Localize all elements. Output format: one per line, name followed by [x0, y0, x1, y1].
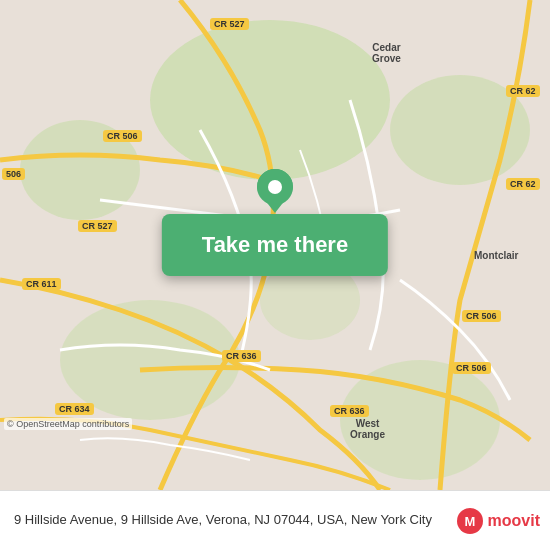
address-text: 9 Hillside Avenue, 9 Hillside Ave, Veron… — [14, 511, 456, 529]
road-label-cr636-bot2: CR 636 — [330, 405, 369, 417]
road-label-cr611: CR 611 — [22, 278, 61, 290]
take-me-there-button[interactable]: Take me there — [162, 214, 388, 276]
svg-point-8 — [268, 180, 282, 194]
svg-text:M: M — [464, 514, 475, 529]
road-label-cr527-top: CR 527 — [210, 18, 249, 30]
road-label-cr634: CR 634 — [55, 403, 94, 415]
place-label-cedar-grove: Cedar Grove — [372, 42, 401, 64]
road-label-cr636-bot: CR 636 — [222, 350, 261, 362]
place-label-west-orange: West Orange — [350, 418, 385, 440]
place-label-montclair: Montclair — [474, 250, 518, 261]
svg-point-4 — [60, 300, 240, 420]
road-label-cr62-right: CR 62 — [506, 85, 540, 97]
bottom-bar: 9 Hillside Avenue, 9 Hillside Ave, Veron… — [0, 490, 550, 550]
road-label-cr506-bot: CR 506 — [452, 362, 491, 374]
location-pin — [255, 165, 295, 219]
moovit-text: moovit — [488, 512, 540, 530]
moovit-logo: M moovit — [456, 507, 540, 535]
road-label-cr527-mid: CR 527 — [78, 220, 117, 232]
road-label-506: 506 — [2, 168, 25, 180]
map-container: CR 527 CR 506 CR 506 CR 527 CR 62 CR 62 … — [0, 0, 550, 490]
osm-attribution: © OpenStreetMap contributors — [4, 418, 132, 430]
road-label-cr506-right: CR 506 — [462, 310, 501, 322]
road-label-cr62-mid: CR 62 — [506, 178, 540, 190]
road-label-cr506-left: CR 506 — [103, 130, 142, 142]
moovit-icon: M — [456, 507, 484, 535]
